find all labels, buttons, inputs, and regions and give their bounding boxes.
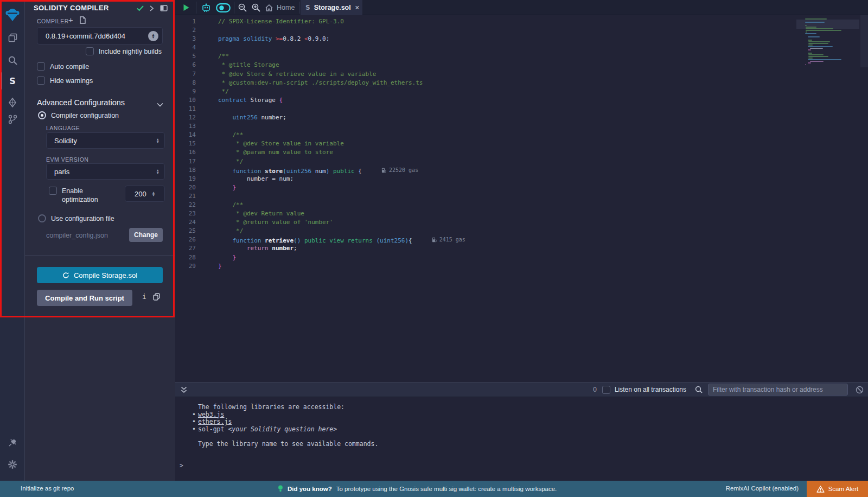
code-line-16[interactable]: 16 * @param num value to store bbox=[175, 148, 868, 157]
rail-search-icon[interactable] bbox=[0, 50, 25, 71]
code-line-29[interactable]: 29} bbox=[175, 262, 868, 271]
scam-alert-badge[interactable]: Scam Alert bbox=[807, 481, 868, 497]
close-tab-icon[interactable]: ✕ bbox=[355, 4, 360, 11]
tab-home[interactable]: Home bbox=[260, 0, 300, 15]
code-line-14[interactable]: 14 /** bbox=[175, 131, 868, 139]
chevron-down-icon[interactable] bbox=[157, 99, 163, 109]
optimization-runs-input[interactable]: 200 ▲▼ bbox=[125, 186, 165, 202]
use-configuration-file-radio[interactable] bbox=[38, 214, 46, 222]
language-select[interactable]: Solidity ▲▼ bbox=[46, 132, 165, 149]
enable-optimization-checkbox[interactable] bbox=[49, 187, 57, 195]
code-line-1[interactable]: 1// SPDX-License-Identifier: GPL-3.0 bbox=[175, 17, 868, 26]
rail-git-icon[interactable] bbox=[0, 109, 25, 130]
git-init-status[interactable]: Initialize as git repo bbox=[21, 485, 74, 492]
line-number: 27 bbox=[175, 244, 205, 253]
load-compiler-file-icon[interactable] bbox=[79, 16, 86, 26]
copilot-toggle-switch[interactable] bbox=[214, 0, 232, 15]
line-number: 28 bbox=[175, 253, 205, 262]
code-line-12[interactable]: 12 uint256 number; bbox=[175, 113, 868, 122]
rail-settings-icon[interactable] bbox=[0, 454, 25, 475]
ai-copilot-robot-icon[interactable] bbox=[199, 0, 213, 15]
code-line-27[interactable]: 27 return number; bbox=[175, 244, 868, 253]
compiler-version-select[interactable]: 0.8.19+commit.7dd6d404 ▲▼ bbox=[37, 27, 163, 44]
code-line-11[interactable]: 11 bbox=[175, 105, 868, 113]
compiler-section-label: COMPILER bbox=[37, 18, 69, 24]
rail-remix-logo-icon[interactable] bbox=[0, 4, 25, 25]
pin-panel-icon[interactable] bbox=[159, 4, 169, 12]
compile-and-run-button[interactable]: Compile and Run script bbox=[37, 290, 132, 306]
add-compiler-icon[interactable]: + bbox=[68, 15, 73, 24]
info-icon[interactable]: i bbox=[142, 292, 146, 301]
code-line-24[interactable]: 24 * @return value of 'number' bbox=[175, 218, 868, 227]
code-line-4[interactable]: 4 bbox=[175, 43, 868, 52]
terminal-lines: The following libraries are accessible:•… bbox=[175, 397, 868, 448]
rail-file-explorer-icon[interactable] bbox=[0, 27, 25, 48]
language-value: Solidity bbox=[54, 137, 77, 145]
code-line-13[interactable]: 13 bbox=[175, 122, 868, 131]
line-number: 6 bbox=[175, 61, 205, 69]
auto-compile-checkbox[interactable] bbox=[37, 62, 45, 71]
code-line-28[interactable]: 28 } bbox=[175, 253, 868, 262]
include-nightly-checkbox[interactable] bbox=[86, 47, 94, 55]
terminal-output[interactable]: The following libraries are accessible:•… bbox=[175, 397, 868, 481]
transaction-filter-input[interactable] bbox=[708, 384, 848, 396]
minimap[interactable] bbox=[805, 15, 859, 75]
rail-solidity-compiler-icon[interactable]: S bbox=[0, 71, 25, 91]
code-line-3[interactable]: 3pragma solidity >=0.8.2 <0.9.0; bbox=[175, 35, 868, 43]
stepper-caret-icon[interactable]: ▲▼ bbox=[152, 191, 155, 196]
code-line-18[interactable]: 18 function store(uint256 num) public {2… bbox=[175, 166, 868, 175]
run-script-play-button[interactable] bbox=[180, 0, 193, 15]
line-number: 14 bbox=[175, 131, 205, 139]
line-number: 19 bbox=[175, 175, 205, 183]
code-line-5[interactable]: 5/** bbox=[175, 52, 868, 61]
listen-transactions-checkbox[interactable] bbox=[602, 386, 610, 394]
code-editor[interactable]: 1// SPDX-License-Identifier: GPL-3.023pr… bbox=[175, 15, 868, 382]
terminal-prompt[interactable]: > bbox=[180, 462, 183, 469]
code-line-15[interactable]: 15 * @dev Store value in variable bbox=[175, 139, 868, 148]
code-line-21[interactable]: 21 bbox=[175, 192, 868, 201]
evm-version-select[interactable]: paris ▲▼ bbox=[46, 163, 165, 180]
copilot-status[interactable]: RemixAI Copilot (enabled) bbox=[726, 485, 799, 492]
code-text: * @dev Return value bbox=[205, 209, 304, 218]
code-line-10[interactable]: 10contract Storage { bbox=[175, 96, 868, 105]
remix-ide-window: S SOLIDITY COMPILER COMPILER + 0.8.19+co… bbox=[0, 0, 868, 497]
code-line-20[interactable]: 20 } bbox=[175, 183, 868, 192]
line-number: 23 bbox=[175, 209, 205, 218]
line-number: 1 bbox=[175, 17, 205, 26]
code-text bbox=[205, 43, 218, 52]
copy-icon[interactable] bbox=[153, 293, 160, 303]
chevron-right-icon[interactable] bbox=[146, 4, 156, 12]
compiler-configuration-radio[interactable] bbox=[38, 111, 46, 119]
change-config-button[interactable]: Change bbox=[129, 228, 163, 242]
include-nightly-row: Include nightly builds bbox=[86, 47, 162, 55]
clear-console-icon[interactable] bbox=[856, 386, 864, 394]
code-line-2[interactable]: 2 bbox=[175, 26, 868, 35]
terminal-link[interactable]: web3.js bbox=[198, 411, 224, 419]
terminal-search-icon[interactable] bbox=[695, 386, 703, 393]
rail-plugin-manager-icon[interactable] bbox=[0, 432, 25, 453]
tab-storage-sol[interactable]: S Storage.sol ✕ bbox=[301, 0, 362, 15]
code-line-7[interactable]: 7 * @dev Store & retrieve value in a var… bbox=[175, 70, 868, 79]
editor-scrollbar[interactable] bbox=[860, 15, 868, 67]
code-line-8[interactable]: 8 * @custom:dev-run-script ./scripts/dep… bbox=[175, 79, 868, 87]
transaction-count: 0 bbox=[593, 386, 597, 393]
code-line-23[interactable]: 23 * @dev Return value bbox=[175, 209, 868, 218]
code-line-17[interactable]: 17 */ bbox=[175, 157, 868, 166]
code-line-25[interactable]: 25 */ bbox=[175, 227, 868, 235]
hide-warnings-checkbox[interactable] bbox=[37, 77, 45, 85]
code-line-26[interactable]: 26 function retrieve() public view retur… bbox=[175, 235, 868, 244]
compile-button[interactable]: Compile Storage.sol bbox=[37, 267, 163, 283]
advanced-configurations-title[interactable]: Advanced Configurations bbox=[37, 98, 125, 107]
zoom-out-icon[interactable] bbox=[236, 0, 249, 15]
terminal-link[interactable]: ethers.js bbox=[198, 418, 232, 426]
listen-transactions-row: Listen on all transactions bbox=[602, 386, 686, 394]
code-line-22[interactable]: 22 /** bbox=[175, 201, 868, 209]
hide-warnings-row: Hide warnings bbox=[37, 77, 93, 85]
refresh-icon bbox=[62, 272, 69, 279]
collapse-terminal-icon[interactable] bbox=[181, 386, 187, 393]
panel-divider bbox=[25, 255, 175, 256]
code-line-19[interactable]: 19 number = num; bbox=[175, 175, 868, 183]
code-line-6[interactable]: 6 * @title Storage bbox=[175, 61, 868, 69]
code-text bbox=[205, 192, 218, 201]
code-line-9[interactable]: 9 */ bbox=[175, 87, 868, 96]
